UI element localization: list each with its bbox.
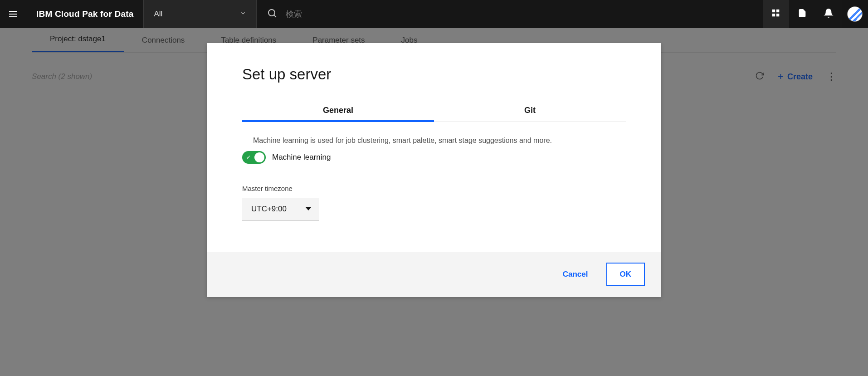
tab-git[interactable]: Git <box>434 106 626 122</box>
modal-title: Set up server <box>242 66 626 83</box>
header-bar: IBM Cloud Pak for Data All <box>0 0 868 28</box>
avatar-icon <box>847 6 863 22</box>
svg-rect-5 <box>773 10 775 12</box>
ml-toggle-label: Machine learning <box>272 153 331 162</box>
brand-title: IBM Cloud Pak for Data <box>26 0 143 28</box>
search-icon <box>267 8 278 20</box>
svg-rect-8 <box>777 14 779 16</box>
svg-rect-6 <box>777 10 779 12</box>
ml-toggle[interactable]: ✓ <box>242 151 266 164</box>
svg-line-4 <box>274 15 277 18</box>
modal-footer: Cancel OK <box>207 252 661 297</box>
check-icon: ✓ <box>246 155 251 160</box>
user-avatar[interactable] <box>842 0 868 28</box>
document-icon <box>798 8 807 20</box>
chevron-down-icon <box>240 10 246 19</box>
notifications-button[interactable] <box>815 0 842 28</box>
global-search[interactable] <box>257 0 763 28</box>
search-input[interactable] <box>286 10 422 19</box>
header-icons <box>763 0 868 28</box>
hamburger-menu-button[interactable] <box>0 0 26 28</box>
modal-tabs: General Git <box>242 106 626 122</box>
ml-description: Machine learning is used for job cluster… <box>253 137 626 145</box>
document-button[interactable] <box>789 0 815 28</box>
modal-overlay: Set up server General Git Machine learni… <box>0 28 868 376</box>
bell-icon <box>824 8 834 20</box>
timezone-select[interactable]: UTC+9:00 <box>242 198 319 220</box>
setup-server-modal: Set up server General Git Machine learni… <box>207 43 661 297</box>
caret-down-icon <box>306 207 311 210</box>
scope-selector-value: All <box>154 10 162 19</box>
apps-switcher-button[interactable] <box>763 0 789 28</box>
svg-point-3 <box>268 10 275 16</box>
ok-button[interactable]: OK <box>606 263 645 286</box>
header-left: IBM Cloud Pak for Data <box>0 0 143 28</box>
timezone-label: Master timezone <box>242 185 626 192</box>
svg-rect-7 <box>773 14 775 16</box>
apps-grid-icon <box>771 9 780 20</box>
modal-body: Set up server General Git Machine learni… <box>207 43 661 252</box>
timezone-value: UTC+9:00 <box>251 205 287 214</box>
tab-general[interactable]: General <box>242 106 434 122</box>
cancel-button[interactable]: Cancel <box>563 270 588 279</box>
ml-toggle-row: ✓ Machine learning <box>242 151 626 164</box>
scope-selector[interactable]: All <box>143 0 257 28</box>
toggle-knob <box>254 152 264 162</box>
